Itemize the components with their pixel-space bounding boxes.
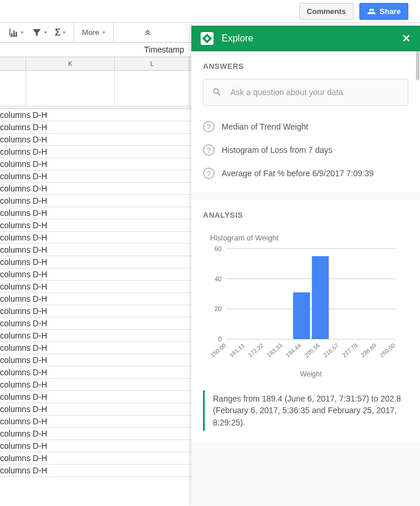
suggestion-item[interactable]: ?Average of Fat % before 6/9/2017 7:09:3… [203,162,408,185]
cell[interactable]: columns D-H [0,417,190,426]
cell[interactable]: columns D-H [0,282,190,291]
analysis-summary: Ranges from 189.4 (June 6, 2017, 7:31:57… [203,390,408,431]
chart-tool-button[interactable]: ▾ [8,26,23,39]
filter-icon [32,27,42,38]
chevron-down-icon: ▾ [63,30,65,35]
search-input[interactable] [230,88,400,97]
explore-title: Explore [222,33,394,44]
svg-text:20: 20 [215,305,222,312]
svg-text:216.67: 216.67 [322,342,340,358]
answers-heading: ANSWERS [203,62,408,71]
cell[interactable]: columns D-H [0,392,190,402]
svg-text:183.33: 183.33 [265,342,284,358]
cell[interactable]: columns D-H [0,159,190,169]
svg-rect-9 [312,256,329,339]
svg-text:227.78: 227.78 [341,342,359,358]
cell[interactable]: columns D-H [0,404,190,414]
search-icon [212,87,222,97]
cell[interactable]: columns D-H [0,245,190,254]
cell[interactable]: columns D-H [0,368,190,377]
explore-search[interactable] [203,79,408,106]
column-header-blank[interactable] [0,57,26,70]
svg-text:0: 0 [218,336,222,343]
suggestion-label: Average of Fat % before 6/9/2017 7:09:39 [222,169,373,178]
cell[interactable]: columns D-H [0,343,190,353]
share-icon [367,6,376,16]
svg-rect-8 [293,292,310,339]
explore-panel: Explore ✕ ANSWERS ?Median of Trend Weigh… [191,26,420,506]
more-button[interactable]: More ▾ [74,23,114,42]
chevron-up-double-icon [143,28,152,37]
question-icon: ? [203,144,215,156]
cell[interactable]: columns D-H [0,429,190,438]
explore-logo-icon [201,32,214,45]
cell[interactable]: columns D-H [0,110,190,120]
cell[interactable]: columns D-H [0,441,190,451]
cell[interactable]: columns D-H [0,147,190,156]
formula-value: Timestamp [144,45,184,54]
column-header-l[interactable]: L [115,57,190,70]
cell[interactable]: columns D-H [0,184,190,193]
analysis-heading: ANALYSIS [203,211,408,219]
cell[interactable]: columns D-H [0,453,190,463]
cell[interactable]: columns D-H [0,221,190,230]
suggestion-label: Median of Trend Weight [222,122,308,131]
explore-scroll-thumb[interactable] [416,51,419,81]
collapse-toolbar-button[interactable] [143,26,152,39]
share-button[interactable]: Share [359,3,408,20]
svg-text:205.56: 205.56 [303,342,321,358]
cell[interactable]: columns D-H [0,331,190,340]
chart-title: Histogram of Weight [210,233,408,242]
functions-tool-button[interactable]: Σ ▾ [55,26,65,39]
cell[interactable]: columns D-H [0,306,190,316]
question-icon: ? [203,121,215,132]
cell[interactable]: columns D-H [0,123,190,132]
question-icon: ? [203,167,215,179]
cell[interactable]: columns D-H [0,196,190,205]
sigma-icon: Σ [55,27,61,38]
chevron-down-icon: ▾ [21,30,23,35]
share-label: Share [380,7,401,16]
suggestion-label: Histogram of Loss from 7 days [222,145,332,155]
svg-text:Weight: Weight [300,370,322,378]
comments-label: Comments [307,7,346,16]
svg-text:194.44: 194.44 [285,342,303,358]
more-label: More [82,28,100,37]
cell[interactable]: columns D-H [0,172,190,181]
close-icon[interactable]: ✕ [402,32,411,45]
suggestion-item[interactable]: ?Median of Trend Weight [203,115,408,138]
chevron-down-icon: ▾ [44,30,47,35]
explore-scrollbar[interactable] [415,51,420,506]
svg-text:40: 40 [215,275,222,282]
svg-text:238.89: 238.89 [360,342,378,358]
column-header-k[interactable]: K [26,57,115,70]
explore-header: Explore ✕ [191,26,420,51]
cell[interactable]: columns D-H [0,294,190,303]
filter-tool-button[interactable]: ▾ [32,26,47,39]
svg-text:150.00: 150.00 [209,342,228,358]
cell[interactable]: columns D-H [0,319,190,328]
svg-text:60: 60 [215,246,222,252]
cell[interactable]: columns D-H [0,355,190,365]
chevron-down-icon: ▾ [103,30,105,35]
chart-icon [8,27,19,38]
comments-button[interactable]: Comments [299,3,354,20]
cell[interactable]: columns D-H [0,380,190,389]
cell[interactable]: columns D-H [0,135,190,144]
cell[interactable]: columns D-H [0,270,190,279]
cell[interactable]: columns D-H [0,233,190,242]
svg-text:250.00: 250.00 [379,342,397,358]
suggestion-item[interactable]: ?Histogram of Loss from 7 days [203,138,408,162]
cell[interactable]: columns D-H [0,466,190,475]
histogram-chart[interactable]: Histogram of Weight 0204060150.00161.111… [203,228,408,380]
svg-text:161.11: 161.11 [228,342,246,358]
cell[interactable]: columns D-H [0,208,190,218]
cell[interactable]: columns D-H [0,257,190,267]
svg-text:172.22: 172.22 [247,342,265,358]
